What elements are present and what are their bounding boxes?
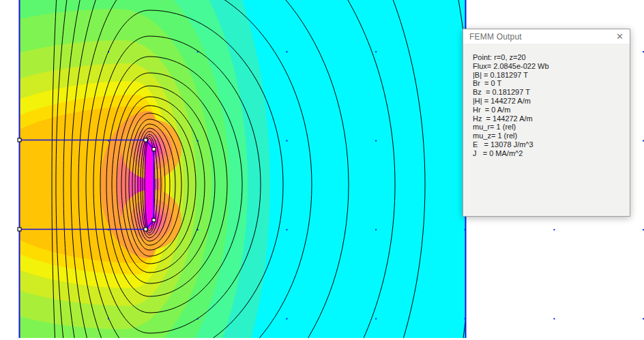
output-line-hmag: |H| = 144272 A/m xyxy=(473,97,630,106)
output-line-br: Br = 0 T xyxy=(473,79,630,88)
window-title: FEMM Output xyxy=(469,32,522,42)
output-line-muz: mu_z= 1 (rel) xyxy=(473,132,630,140)
femm-workspace: FEMM Output ✕ Point: r=0, z=20 Flux= 2.0… xyxy=(0,0,644,340)
output-line-j: J = 0 MA/m^2 xyxy=(473,149,630,158)
output-line-hr: Hr = 0 A/m xyxy=(473,106,630,114)
output-line-point: Point: r=0, z=20 xyxy=(473,53,630,62)
output-line-e: E = 13078 J/m^3 xyxy=(473,140,630,149)
window-body: Point: r=0, z=20 Flux= 2.0845e-022 Wb |B… xyxy=(463,44,630,158)
output-line-bmag: |B| = 0.181297 T xyxy=(473,71,630,80)
output-line-bz: Bz = 0.181297 T xyxy=(473,88,630,97)
output-line-flux: Flux= 2.0845e-022 Wb xyxy=(473,62,630,71)
window-titlebar[interactable]: FEMM Output ✕ xyxy=(463,29,630,44)
output-line-mur: mu_r= 1 (rel) xyxy=(473,123,630,132)
femm-output-window[interactable]: FEMM Output ✕ Point: r=0, z=20 Flux= 2.0… xyxy=(463,29,630,217)
output-line-hz: Hz = 144272 A/m xyxy=(473,114,630,123)
close-icon[interactable]: ✕ xyxy=(616,32,624,41)
